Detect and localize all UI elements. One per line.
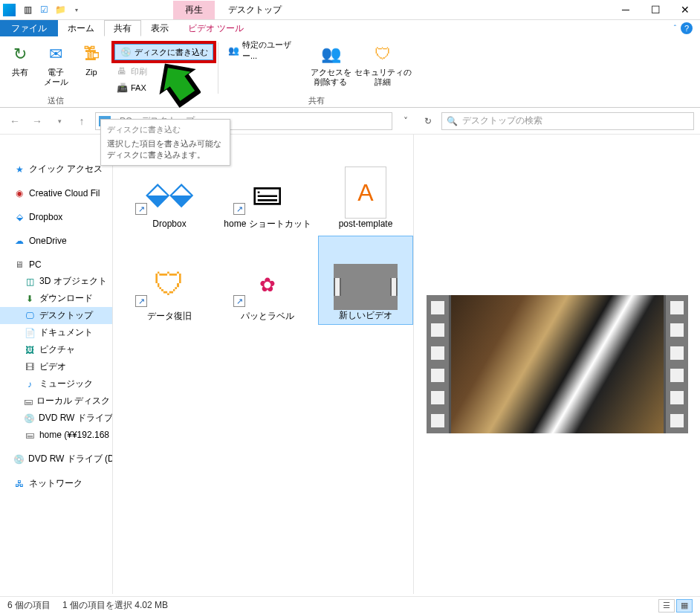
nav-up-button[interactable]: ↑ bbox=[73, 112, 91, 130]
minimize-button[interactable]: ─ bbox=[611, 0, 641, 20]
disc-icon: 💿 bbox=[120, 46, 132, 58]
burn-to-disc-highlight: 💿 ディスクに書き込む bbox=[111, 41, 216, 63]
tab-home[interactable]: ホーム bbox=[58, 20, 104, 36]
nav-3d-objects[interactable]: ◫3D オブジェクト bbox=[0, 273, 112, 290]
burn-to-disc-button[interactable]: 💿 ディスクに書き込む bbox=[114, 44, 213, 60]
pc-icon: 🖥 bbox=[13, 259, 25, 271]
group-label-send: 送信 bbox=[48, 95, 64, 108]
search-icon: 🔍 bbox=[447, 116, 458, 126]
print-icon: 🖶 bbox=[116, 65, 128, 77]
nav-dvd-rw-2[interactable]: 💿DVD RW ドライブ (D bbox=[0, 450, 112, 468]
navigation-pane[interactable]: ★クイック アクセス ◉Creative Cloud Fil ⬙Dropbox … bbox=[0, 135, 113, 594]
specific-users-button[interactable]: 👥 特定のユーザー... bbox=[224, 42, 305, 59]
shield-icon: 🛡 bbox=[140, 259, 199, 311]
nav-local-disk[interactable]: 🖴ローカル ディスク (C bbox=[0, 392, 112, 410]
network-icon: 🖧 bbox=[13, 478, 25, 490]
nav-back-button[interactable]: ← bbox=[6, 112, 24, 130]
dropbox-icon: ⬙ bbox=[13, 211, 25, 223]
refresh-button[interactable]: ↻ bbox=[419, 112, 437, 130]
hdd-icon: 🖴 bbox=[24, 395, 33, 407]
qat-folder-icon[interactable]: 📁 bbox=[53, 2, 68, 17]
nav-creative-cloud[interactable]: ◉Creative Cloud Fil bbox=[0, 185, 112, 201]
disc-icon: 💿 bbox=[13, 453, 25, 465]
nav-forward-button[interactable]: → bbox=[28, 112, 46, 130]
address-dropdown-icon[interactable]: ˅ bbox=[397, 112, 415, 130]
contextual-tab-playback[interactable]: 再生 bbox=[173, 1, 215, 19]
dropbox-icon: ⬙⬙ bbox=[140, 167, 199, 219]
nav-dvd-rw[interactable]: 💿DVD RW ドライブ bbox=[0, 410, 112, 427]
cloud-icon: ☁ bbox=[13, 235, 25, 247]
view-details-button[interactable]: ☰ bbox=[658, 599, 675, 613]
nav-pictures[interactable]: 🖼ピクチャ bbox=[0, 341, 112, 358]
qat-properties-icon[interactable]: ▥ bbox=[20, 2, 35, 17]
picture-icon: 🖼 bbox=[24, 344, 36, 356]
email-button[interactable]: ✉ 電子 メール bbox=[39, 39, 72, 95]
item-patto-label[interactable]: ✿ ↗ パッとラベル bbox=[220, 236, 315, 325]
remove-access-icon: 👥 bbox=[319, 42, 343, 66]
close-button[interactable]: ✕ bbox=[670, 0, 700, 20]
nav-onedrive[interactable]: ☁OneDrive bbox=[0, 233, 112, 249]
security-detail-button[interactable]: 🛡 セキュリティの 詳細 bbox=[356, 39, 409, 95]
label-app-icon: ✿ bbox=[238, 259, 297, 311]
star-icon: ★ bbox=[13, 164, 25, 175]
shortcut-arrow-icon: ↗ bbox=[233, 203, 245, 215]
nav-home-share[interactable]: 🖴home (¥¥192.168 bbox=[0, 427, 112, 443]
fax-icon: 📠 bbox=[116, 82, 128, 94]
nav-music[interactable]: ♪ミュージック bbox=[0, 375, 112, 392]
item-post-template[interactable]: A post-template bbox=[318, 143, 413, 233]
search-input[interactable]: 🔍 デスクトップの検索 bbox=[441, 112, 694, 130]
nav-recent-dropdown[interactable]: ▾ bbox=[51, 112, 68, 130]
cube-icon: ◫ bbox=[24, 276, 36, 288]
desktop-icon: 🖵 bbox=[24, 310, 36, 322]
status-item-count: 6 個の項目 bbox=[7, 599, 51, 612]
maximize-button[interactable]: ☐ bbox=[641, 0, 670, 20]
status-bar: 6 個の項目 1 個の項目を選択 4.02 MB ☰ ▦ bbox=[0, 596, 700, 614]
document-icon: A bbox=[345, 167, 386, 219]
nav-network[interactable]: 🖧ネットワーク bbox=[0, 475, 112, 492]
window-app-icon bbox=[3, 4, 16, 16]
nav-desktop[interactable]: 🖵デスクトップ bbox=[0, 307, 112, 324]
video-icon: 🎞 bbox=[24, 361, 36, 373]
tab-video-tools[interactable]: ビデオ ツール bbox=[178, 20, 253, 36]
status-selection: 1 個の項目を選択 4.02 MB bbox=[62, 599, 168, 612]
item-data-recovery[interactable]: 🛡 ↗ データ復旧 bbox=[122, 236, 217, 325]
nav-documents[interactable]: 📄ドキュメント bbox=[0, 324, 112, 341]
shortcut-arrow-icon: ↗ bbox=[233, 295, 245, 307]
zip-button[interactable]: 🗜 Zip bbox=[75, 39, 108, 95]
item-new-video[interactable]: 新しいビデオ bbox=[318, 236, 413, 325]
users-icon: 👥 bbox=[228, 45, 239, 56]
tab-view[interactable]: 表示 bbox=[141, 20, 178, 36]
nav-videos[interactable]: 🎞ビデオ bbox=[0, 358, 112, 375]
share-button[interactable]: ↻ 共有 bbox=[4, 39, 36, 95]
nav-quick-access[interactable]: ★クイック アクセス bbox=[0, 161, 112, 178]
disc-icon: 💿 bbox=[24, 413, 35, 424]
items-view[interactable]: ⬙⬙ ↗ Dropbox 🖴 ↗ home ショートカット A post-tem… bbox=[113, 135, 414, 594]
music-icon: ♪ bbox=[24, 378, 36, 390]
tab-share[interactable]: 共有 bbox=[104, 20, 141, 36]
remove-access-button[interactable]: 👥 アクセスを 削除する bbox=[308, 39, 353, 95]
share-icon: ↻ bbox=[8, 42, 32, 66]
qat-check-icon[interactable]: ☑ bbox=[36, 2, 51, 17]
drive-icon: 🖴 bbox=[238, 167, 297, 219]
tab-file[interactable]: ファイル bbox=[0, 20, 58, 36]
shortcut-arrow-icon: ↗ bbox=[135, 203, 147, 215]
view-large-icons-button[interactable]: ▦ bbox=[676, 599, 693, 613]
shortcut-arrow-icon: ↗ bbox=[135, 295, 147, 307]
group-label-share: 共有 bbox=[308, 95, 325, 108]
video-thumbnail bbox=[334, 264, 398, 310]
print-button[interactable]: 🖶 印刷 bbox=[111, 63, 216, 80]
fax-button[interactable]: 📠 FAX bbox=[111, 80, 216, 96]
nav-downloads[interactable]: ⬇ダウンロード bbox=[0, 290, 112, 307]
nav-dropbox[interactable]: ⬙Dropbox bbox=[0, 209, 112, 225]
cc-icon: ◉ bbox=[13, 187, 25, 199]
ribbon-collapse-icon[interactable]: ˆ bbox=[674, 25, 676, 33]
qat-dropdown-icon[interactable]: ▾ bbox=[69, 2, 84, 17]
download-icon: ⬇ bbox=[24, 293, 36, 305]
network-drive-icon: 🖴 bbox=[24, 429, 36, 441]
zip-icon: 🗜 bbox=[80, 42, 103, 66]
item-home-shortcut[interactable]: 🖴 ↗ home ショートカット bbox=[220, 143, 315, 233]
help-icon[interactable]: ? bbox=[681, 22, 693, 34]
email-icon: ✉ bbox=[44, 42, 68, 66]
nav-pc[interactable]: 🖥PC bbox=[0, 256, 112, 273]
document-icon: 📄 bbox=[24, 327, 36, 339]
